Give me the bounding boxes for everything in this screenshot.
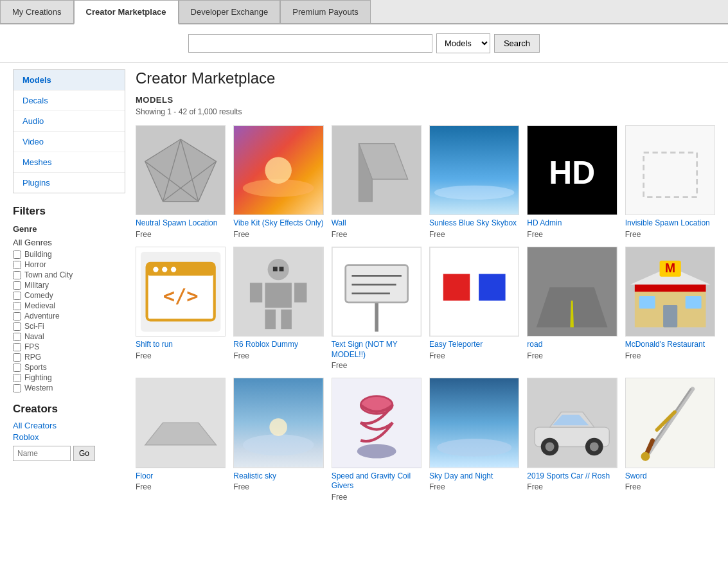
item-thumbnail (527, 378, 617, 468)
item-price: Free (527, 230, 543, 239)
item-card-vibe-kit[interactable]: Vibe Kit (Sky Effects Only) Free (233, 125, 323, 239)
creator-all[interactable]: All Creators (13, 421, 125, 430)
item-price: Free (429, 230, 445, 239)
genre-naval[interactable]: Naval (13, 332, 125, 341)
item-name: Realistic sky (233, 471, 276, 482)
tab-creator-marketplace[interactable]: Creator Marketplace (74, 0, 179, 24)
svg-rect-29 (250, 283, 262, 302)
item-card-speed-gravity[interactable]: Speed and Gravity Coil Givers Free (332, 378, 422, 502)
genre-town-and-city[interactable]: Town and City (13, 270, 125, 279)
item-name: Vibe Kit (Sky Effects Only) (233, 218, 323, 229)
item-card-invisible-spawn[interactable]: Invisible Spawn Location Free (625, 125, 715, 239)
svg-text:HD: HD (549, 155, 596, 191)
item-thumbnail (429, 378, 519, 468)
creators-section: Creators All Creators Roblox Go (13, 403, 125, 461)
item-card-shift-run[interactable]: </> Shift to run Free (136, 247, 226, 371)
item-price: Free (136, 351, 152, 360)
item-price: Free (625, 351, 641, 360)
item-card-easy-teleporter[interactable]: Easy Teleporter Free (429, 247, 519, 371)
item-card-floor[interactable]: Floor Free (136, 378, 226, 502)
sidebar-item-decals[interactable]: Decals (13, 91, 125, 111)
item-thumbnail (233, 378, 323, 468)
svg-rect-14 (626, 126, 715, 215)
sidebar-item-audio[interactable]: Audio (13, 111, 125, 132)
search-input[interactable] (188, 34, 432, 53)
item-price: Free (332, 230, 348, 239)
sidebar-item-meshes[interactable]: Meshes (13, 152, 125, 173)
creator-roblox[interactable]: Roblox (13, 432, 125, 442)
item-card-neutral-spawn[interactable]: Neutral Spawn Location Free (136, 125, 226, 239)
item-name: R6 Roblox Dummy (233, 340, 298, 350)
svg-point-63 (437, 439, 511, 457)
sidebar-item-plugins[interactable]: Plugins (13, 173, 125, 193)
item-thumbnail: </> (136, 247, 226, 337)
genre-adventure[interactable]: Adventure (13, 312, 125, 321)
svg-text:M: M (665, 261, 675, 275)
item-price: Free (233, 230, 249, 239)
item-thumbnail (332, 378, 422, 468)
svg-point-22 (171, 267, 176, 272)
item-card-road[interactable]: road Free (527, 247, 617, 371)
search-button[interactable]: Search (494, 34, 540, 53)
content-area: Creator Marketplace MODELS Showing 1 - 4… (136, 69, 715, 502)
item-price: Free (233, 482, 249, 491)
genre-fps[interactable]: FPS (13, 342, 125, 351)
genre-sci-fi[interactable]: Sci-Fi (13, 322, 125, 331)
item-name: Invisible Spawn Location (625, 218, 710, 229)
tab-premium-payouts[interactable]: Premium Payouts (280, 0, 371, 23)
svg-rect-32 (281, 310, 292, 329)
item-card-sky-day-night[interactable]: Sky Day and Night Free (429, 378, 519, 502)
tab-bar: My Creations Creator Marketplace Develop… (0, 0, 728, 24)
item-thumbnail (429, 125, 519, 215)
genre-rpg[interactable]: RPG (13, 353, 125, 362)
creator-go-button[interactable]: Go (73, 446, 95, 461)
genre-horror[interactable]: Horror (13, 260, 125, 269)
item-card-sword[interactable]: Sword Free (625, 378, 715, 502)
item-card-sunless-sky[interactable]: Sunless Blue Sky Skybox Free (429, 125, 519, 239)
tab-developer-exchange[interactable]: Developer Exchange (179, 0, 281, 23)
section-label: MODELS (136, 95, 715, 105)
item-price: Free (136, 482, 152, 491)
item-price: Free (233, 351, 249, 360)
genre-fighting[interactable]: Fighting (13, 373, 125, 382)
genre-military[interactable]: Military (13, 281, 125, 290)
item-card-wall[interactable]: Wall Free (332, 125, 422, 239)
item-name: Sky Day and Night (429, 471, 493, 482)
category-select[interactable]: Models Decals Audio Video Meshes Plugins (436, 33, 490, 53)
item-name: Shift to run (136, 340, 173, 350)
item-price: Free (625, 230, 641, 239)
item-card-sports-car[interactable]: 2019 Sports Car // Rosh Free (527, 378, 617, 502)
genre-comedy[interactable]: Comedy (13, 291, 125, 300)
creator-name-input[interactable] (13, 446, 71, 461)
results-count: Showing 1 - 42 of 1,000 results (136, 107, 715, 116)
genre-western[interactable]: Western (13, 383, 125, 392)
item-card-mcdonalds[interactable]: M McDonald's Restaurant Free (625, 247, 715, 371)
sidebar-item-models[interactable]: Models (13, 70, 125, 91)
item-price: Free (625, 482, 641, 491)
svg-rect-30 (294, 283, 306, 302)
item-thumbnail (625, 378, 715, 468)
item-card-hd-admin[interactable]: HD HD Admin Free (527, 125, 617, 239)
item-name: Wall (332, 218, 346, 229)
genre-medieval[interactable]: Medieval (13, 301, 125, 310)
item-price: Free (136, 230, 152, 239)
item-card-r6-dummy[interactable]: R6 Roblox Dummy Free (233, 247, 323, 371)
svg-point-7 (265, 157, 292, 183)
svg-rect-52 (685, 296, 701, 308)
sidebar-nav: Models Decals Audio Video Meshes Plugins (13, 69, 125, 193)
genre-sports[interactable]: Sports (13, 363, 125, 372)
page-title: Creator Marketplace (136, 69, 715, 87)
item-card-text-sign[interactable]: Text Sign (NOT MY MODEL!!) Free (332, 247, 422, 371)
svg-rect-41 (479, 274, 506, 301)
svg-point-20 (153, 267, 158, 272)
genre-building[interactable]: Building (13, 250, 125, 259)
sidebar-item-video[interactable]: Video (13, 132, 125, 152)
item-thumbnail (233, 247, 323, 337)
item-price: Free (332, 361, 348, 370)
tab-my-creations[interactable]: My Creations (0, 0, 74, 23)
item-thumbnail: M (625, 247, 715, 337)
item-thumbnail (527, 247, 617, 337)
svg-rect-51 (639, 296, 655, 308)
item-card-realistic-sky[interactable]: Realistic sky Free (233, 378, 323, 502)
genre-all[interactable]: All Genres (13, 238, 125, 247)
